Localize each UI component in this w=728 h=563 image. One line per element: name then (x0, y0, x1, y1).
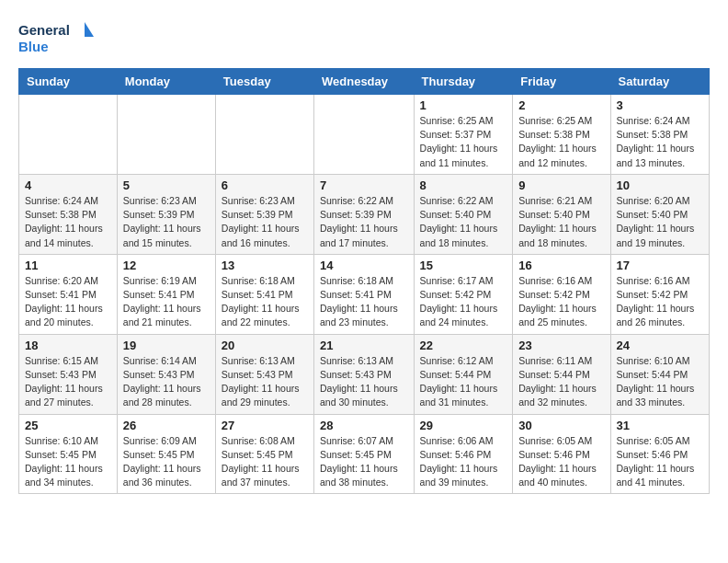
day-number: 12 (123, 259, 210, 272)
day-info: Sunrise: 6:10 AMSunset: 5:44 PMDaylight:… (617, 354, 703, 410)
column-header-sunday: Sunday (19, 69, 118, 95)
logo: General Blue (18, 18, 101, 59)
calendar-cell: 16Sunrise: 6:16 AMSunset: 5:42 PMDayligh… (513, 254, 610, 334)
day-number: 19 (123, 339, 210, 352)
day-info: Sunrise: 6:18 AMSunset: 5:41 PMDaylight:… (222, 274, 308, 330)
day-info: Sunrise: 6:24 AMSunset: 5:38 PMDaylight:… (617, 114, 703, 170)
day-info: Sunrise: 6:23 AMSunset: 5:39 PMDaylight:… (222, 194, 308, 250)
day-info: Sunrise: 6:13 AMSunset: 5:43 PMDaylight:… (222, 354, 308, 410)
day-number: 20 (222, 339, 308, 352)
calendar-cell: 6Sunrise: 6:23 AMSunset: 5:39 PMDaylight… (215, 174, 313, 254)
calendar-cell: 25Sunrise: 6:10 AMSunset: 5:45 PMDayligh… (19, 414, 118, 494)
day-number: 11 (25, 259, 111, 272)
calendar-header-row: SundayMondayTuesdayWednesdayThursdayFrid… (19, 69, 710, 95)
day-info: Sunrise: 6:20 AMSunset: 5:40 PMDaylight:… (617, 194, 703, 250)
calendar-cell (19, 95, 118, 175)
day-info: Sunrise: 6:25 AMSunset: 5:37 PMDaylight:… (420, 114, 507, 170)
day-info: Sunrise: 6:06 AMSunset: 5:46 PMDaylight:… (420, 434, 507, 490)
day-info: Sunrise: 6:22 AMSunset: 5:39 PMDaylight:… (320, 194, 408, 250)
day-number: 7 (320, 178, 408, 192)
calendar-cell (117, 95, 215, 175)
day-number: 29 (420, 419, 507, 432)
column-header-friday: Friday (513, 69, 610, 95)
day-number: 30 (518, 419, 604, 432)
calendar-cell: 7Sunrise: 6:22 AMSunset: 5:39 PMDaylight… (314, 174, 415, 254)
day-number: 13 (222, 259, 308, 272)
calendar-cell: 26Sunrise: 6:09 AMSunset: 5:45 PMDayligh… (117, 414, 215, 494)
day-number: 27 (222, 419, 308, 432)
day-number: 15 (420, 259, 507, 272)
day-number: 3 (617, 98, 703, 112)
calendar-cell: 13Sunrise: 6:18 AMSunset: 5:41 PMDayligh… (215, 254, 313, 334)
svg-marker-2 (85, 22, 94, 37)
calendar-cell: 23Sunrise: 6:11 AMSunset: 5:44 PMDayligh… (513, 334, 610, 414)
calendar-cell: 29Sunrise: 6:06 AMSunset: 5:46 PMDayligh… (414, 414, 513, 494)
day-number: 16 (518, 259, 604, 272)
day-info: Sunrise: 6:09 AMSunset: 5:45 PMDaylight:… (123, 434, 210, 490)
day-info: Sunrise: 6:08 AMSunset: 5:45 PMDaylight:… (222, 434, 308, 490)
calendar-cell: 24Sunrise: 6:10 AMSunset: 5:44 PMDayligh… (610, 334, 709, 414)
day-number: 21 (320, 339, 408, 352)
day-info: Sunrise: 6:19 AMSunset: 5:41 PMDaylight:… (123, 274, 210, 330)
day-number: 24 (617, 339, 703, 352)
svg-text:General: General (18, 22, 70, 38)
day-info: Sunrise: 6:18 AMSunset: 5:41 PMDaylight:… (320, 274, 408, 330)
calendar-cell: 31Sunrise: 6:05 AMSunset: 5:46 PMDayligh… (610, 414, 709, 494)
day-number: 2 (518, 98, 604, 112)
calendar-cell: 21Sunrise: 6:13 AMSunset: 5:43 PMDayligh… (314, 334, 415, 414)
calendar-cell: 22Sunrise: 6:12 AMSunset: 5:44 PMDayligh… (414, 334, 513, 414)
day-number: 28 (320, 419, 408, 432)
day-info: Sunrise: 6:10 AMSunset: 5:45 PMDaylight:… (25, 434, 111, 490)
day-info: Sunrise: 6:16 AMSunset: 5:42 PMDaylight:… (518, 274, 604, 330)
day-info: Sunrise: 6:25 AMSunset: 5:38 PMDaylight:… (518, 114, 604, 170)
day-number: 4 (25, 178, 111, 192)
calendar-cell: 18Sunrise: 6:15 AMSunset: 5:43 PMDayligh… (19, 334, 118, 414)
day-number: 17 (617, 259, 703, 272)
day-info: Sunrise: 6:07 AMSunset: 5:45 PMDaylight:… (320, 434, 408, 490)
svg-text:Blue: Blue (18, 39, 49, 54)
day-number: 1 (420, 98, 507, 112)
calendar-cell: 14Sunrise: 6:18 AMSunset: 5:41 PMDayligh… (314, 254, 415, 334)
column-header-tuesday: Tuesday (215, 69, 313, 95)
calendar-cell: 27Sunrise: 6:08 AMSunset: 5:45 PMDayligh… (215, 414, 313, 494)
day-number: 9 (518, 178, 604, 192)
calendar-cell: 3Sunrise: 6:24 AMSunset: 5:38 PMDaylight… (610, 95, 709, 175)
day-number: 26 (123, 419, 210, 432)
day-info: Sunrise: 6:05 AMSunset: 5:46 PMDaylight:… (518, 434, 604, 490)
week-row-5: 25Sunrise: 6:10 AMSunset: 5:45 PMDayligh… (19, 414, 710, 494)
calendar-cell: 17Sunrise: 6:16 AMSunset: 5:42 PMDayligh… (610, 254, 709, 334)
week-row-4: 18Sunrise: 6:15 AMSunset: 5:43 PMDayligh… (19, 334, 710, 414)
week-row-1: 1Sunrise: 6:25 AMSunset: 5:37 PMDaylight… (19, 95, 710, 175)
column-header-wednesday: Wednesday (314, 69, 415, 95)
day-number: 6 (222, 178, 308, 192)
logo-svg: General Blue (18, 18, 101, 59)
day-number: 23 (518, 339, 604, 352)
calendar-cell: 10Sunrise: 6:20 AMSunset: 5:40 PMDayligh… (610, 174, 709, 254)
calendar-cell: 30Sunrise: 6:05 AMSunset: 5:46 PMDayligh… (513, 414, 610, 494)
week-row-2: 4Sunrise: 6:24 AMSunset: 5:38 PMDaylight… (19, 174, 710, 254)
day-info: Sunrise: 6:17 AMSunset: 5:42 PMDaylight:… (420, 274, 507, 330)
calendar-cell: 5Sunrise: 6:23 AMSunset: 5:39 PMDaylight… (117, 174, 215, 254)
day-number: 8 (420, 178, 507, 192)
calendar-cell: 20Sunrise: 6:13 AMSunset: 5:43 PMDayligh… (215, 334, 313, 414)
column-header-thursday: Thursday (414, 69, 513, 95)
day-number: 31 (617, 419, 703, 432)
calendar-cell: 11Sunrise: 6:20 AMSunset: 5:41 PMDayligh… (19, 254, 118, 334)
day-number: 25 (25, 419, 111, 432)
day-info: Sunrise: 6:11 AMSunset: 5:44 PMDaylight:… (518, 354, 604, 410)
calendar-cell: 19Sunrise: 6:14 AMSunset: 5:43 PMDayligh… (117, 334, 215, 414)
day-info: Sunrise: 6:14 AMSunset: 5:43 PMDaylight:… (123, 354, 210, 410)
calendar-cell: 1Sunrise: 6:25 AMSunset: 5:37 PMDaylight… (414, 95, 513, 175)
day-info: Sunrise: 6:23 AMSunset: 5:39 PMDaylight:… (123, 194, 210, 250)
calendar-cell (314, 95, 415, 175)
day-number: 22 (420, 339, 507, 352)
day-number: 10 (617, 178, 703, 192)
calendar-cell: 9Sunrise: 6:21 AMSunset: 5:40 PMDaylight… (513, 174, 610, 254)
calendar-cell: 8Sunrise: 6:22 AMSunset: 5:40 PMDaylight… (414, 174, 513, 254)
day-number: 14 (320, 259, 408, 272)
day-info: Sunrise: 6:21 AMSunset: 5:40 PMDaylight:… (518, 194, 604, 250)
day-number: 5 (123, 178, 210, 192)
calendar-cell: 2Sunrise: 6:25 AMSunset: 5:38 PMDaylight… (513, 95, 610, 175)
day-info: Sunrise: 6:15 AMSunset: 5:43 PMDaylight:… (25, 354, 111, 410)
page-header: General Blue (18, 18, 710, 59)
